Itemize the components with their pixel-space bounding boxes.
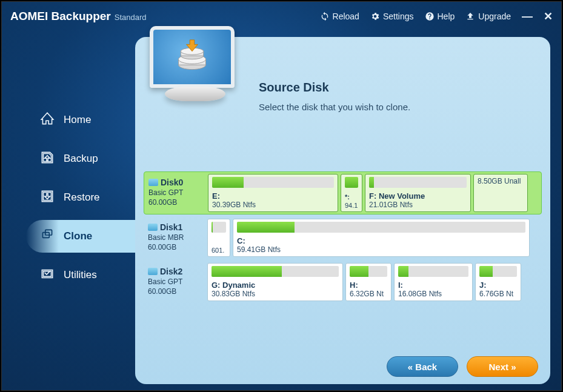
partition-usage-bar [398,266,468,277]
disk-icon [148,268,158,275]
partition-sublabel: 6.32GB Nt [350,290,387,298]
title-actions: Reload Settings Help Upgrade — ✕ [320,10,553,23]
monitor-icon [150,26,235,88]
partition-usage-bar [350,266,387,277]
settings-label: Settings [383,12,414,21]
sidebar-item-backup[interactable]: Backup [2,142,135,175]
settings-button[interactable]: Settings [370,12,414,21]
disk-row[interactable]: Disk0Basic GPT60.00GBE:30.39GB Ntfs*:94.… [144,171,542,214]
partition[interactable]: 8.50GB Unall [473,174,528,212]
header-text: Source Disk Select the disk that you wis… [259,43,542,164]
disks-icon [174,39,210,75]
page-description: Select the disk that you wish to clone. [259,102,542,112]
partition-usage-bar [369,177,467,188]
app-window: AOMEI Backupper Standard Reload Settings… [1,1,562,391]
partition-usage-bar [212,222,226,233]
minimize-button[interactable]: — [522,10,533,23]
partition-sublabel: 30.83GB Ntfs [212,290,339,298]
partition-label: *: [345,193,358,201]
partition-usage-bar [212,177,334,188]
partition-label: J: [479,281,517,290]
help-icon [425,12,435,21]
disk-info: Disk1Basic MBR60.00GB [145,219,205,257]
partition-sublabel: 6.76GB Nt [479,290,517,298]
partition[interactable]: G: Dynamic30.83GB Ntfs [207,263,343,301]
partition[interactable]: I:16.08GB Ntfs [394,263,473,301]
reload-icon [320,12,330,21]
footer-buttons: « Back Next » [387,356,538,377]
disk-type: Basic MBR [148,233,202,242]
disk-name: Disk1 [148,222,202,232]
disk-size: 60.00GB [148,198,203,207]
partition-label: C: [237,236,525,245]
disk-info: Disk0Basic GPT60.00GB [146,174,205,212]
partition-label: I: [398,281,468,290]
content-panel: Source Disk Select the disk that you wis… [135,37,550,384]
app-name: AOMEI Backupper [10,10,111,23]
upgrade-icon [465,12,475,21]
partition[interactable]: 601. [207,219,230,257]
disk-partitions: G: Dynamic30.83GB NtfsH:6.32GB NtI:16.08… [207,263,540,301]
sidebar-item-label: Utilities [64,269,97,281]
partition-usage-bar [212,266,339,277]
sidebar: Home Backup Restore Clone Utilities [2,31,135,390]
gear-icon [370,12,380,21]
sidebar-item-clone[interactable]: Clone [26,220,135,253]
partition[interactable]: *:94.1 [341,174,362,212]
page-header: Source Disk Select the disk that you wis… [144,43,542,164]
partition-label: E: [212,191,334,201]
disk-type: Basic GPT [148,277,202,286]
partition-label: F: New Volume [369,191,467,201]
disk-info: Disk2Basic GPT60.00GB [145,263,205,301]
disk-size: 60.00GB [148,243,202,251]
disk-size: 60.00GB [148,287,202,296]
sidebar-item-utilities[interactable]: Utilities [2,259,135,291]
clone-icon [39,227,55,246]
partition[interactable]: H:6.32GB Nt [345,263,391,301]
home-icon [39,111,55,130]
partition-sublabel: 59.41GB Ntfs [237,245,525,254]
disk-row[interactable]: Disk2Basic GPT60.00GBG: Dynamic30.83GB N… [144,261,542,303]
disk-icon [148,179,158,186]
back-button[interactable]: « Back [387,356,458,377]
sidebar-item-label: Backup [64,153,98,165]
partition[interactable]: E:30.39GB Ntfs [208,174,338,212]
partition-sublabel: 30.39GB Ntfs [212,201,334,209]
disk-partitions: 601.C:59.41GB Ntfs [207,219,540,257]
disk-type: Basic GPT [148,188,203,197]
app-title: AOMEI Backupper Standard [10,10,147,23]
partition[interactable]: C:59.41GB Ntfs [233,219,530,257]
partition[interactable]: J:6.76GB Nt [475,263,521,301]
disk-row[interactable]: Disk1Basic MBR60.00GB601.C:59.41GB Ntfs [144,217,542,259]
partition-usage-bar [237,222,525,233]
partition-label: H: [350,281,387,290]
upgrade-label: Upgrade [478,12,511,21]
utilities-icon [39,266,55,285]
next-button[interactable]: Next » [467,356,538,377]
backup-icon [39,150,55,168]
sidebar-item-label: Restore [64,191,100,204]
sidebar-item-label: Clone [64,230,92,242]
restore-icon [39,188,55,207]
disk-name: Disk2 [148,267,202,276]
help-button[interactable]: Help [425,12,455,21]
sidebar-item-home[interactable]: Home [2,104,135,136]
help-label: Help [438,12,455,21]
reload-button[interactable]: Reload [320,12,359,21]
title-bar: AOMEI Backupper Standard Reload Settings… [2,2,561,31]
disk-partitions: E:30.39GB Ntfs*:94.1F: New Volume21.01GB… [208,174,539,212]
disk-name: Disk0 [148,178,203,187]
disk-icon [148,224,158,231]
partition-sublabel: 94.1 [345,202,358,209]
main-area: Home Backup Restore Clone Utilities [2,31,561,390]
sidebar-item-label: Home [64,114,91,126]
partition[interactable]: F: New Volume21.01GB Ntfs [365,174,471,212]
disk-list: Disk0Basic GPT60.00GBE:30.39GB Ntfs*:94.… [144,171,542,348]
partition-label: G: Dynamic [212,281,339,290]
header-illustration [144,43,247,164]
partition-usage-bar [345,177,358,188]
upgrade-button[interactable]: Upgrade [465,12,511,21]
sidebar-item-restore[interactable]: Restore [2,181,135,214]
app-edition: Standard [115,13,147,22]
close-button[interactable]: ✕ [544,10,553,23]
